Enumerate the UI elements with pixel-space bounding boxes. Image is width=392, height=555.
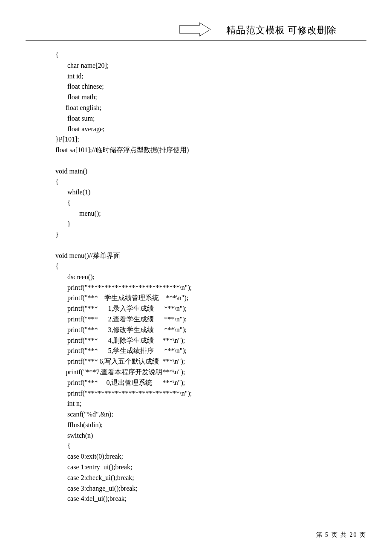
header-title: 精品范文模板 可修改删除 — [226, 24, 337, 37]
footer-total-pages: 20 — [350, 532, 357, 538]
page-header: 精品范文模板 可修改删除 — [26, 21, 366, 40]
arrow-right-icon — [179, 22, 211, 37]
page-footer: 第 5 页 共 20 页 — [316, 531, 367, 539]
code-block: { char name[20]; int id; float chinese; … — [26, 50, 366, 504]
footer-current-page: 5 — [325, 532, 329, 538]
footer-suffix: 页 — [360, 532, 366, 538]
footer-prefix: 第 — [316, 532, 323, 538]
document-page: 精品范文模板 可修改删除 { char name[20]; int id; fl… — [0, 0, 392, 555]
footer-mid: 页 共 — [331, 532, 348, 538]
